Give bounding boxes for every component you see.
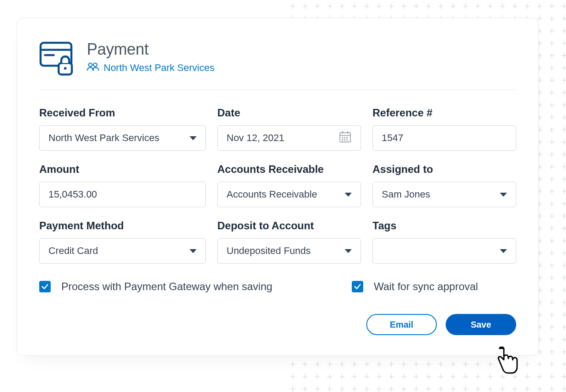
svg-point-15 xyxy=(342,139,343,140)
received-from-label: Received From xyxy=(39,107,206,119)
reference-input[interactable] xyxy=(382,132,507,144)
received-from-field: Received From North West Park Services xyxy=(39,107,206,151)
assigned-to-select[interactable]: Sam Jones xyxy=(372,182,516,207)
payment-method-label: Payment Method xyxy=(39,220,206,232)
date-label: Date xyxy=(217,107,361,119)
svg-point-7 xyxy=(93,63,97,67)
svg-point-17 xyxy=(346,139,347,140)
svg-point-6 xyxy=(89,63,92,67)
assigned-to-field: Assigned to Sam Jones xyxy=(372,163,516,207)
accounts-receivable-select[interactable]: Accounts Receivable xyxy=(217,182,361,207)
page-title: Payment xyxy=(87,40,214,59)
process-gateway-checkbox[interactable]: Process with Payment Gateway when saving xyxy=(39,280,272,293)
deposit-to-label: Deposit to Account xyxy=(217,220,361,232)
tags-label: Tags xyxy=(372,220,516,232)
accounts-receivable-field: Accounts Receivable Accounts Receivable xyxy=(217,163,361,207)
chevron-down-icon xyxy=(500,193,507,197)
received-from-value: North West Park Services xyxy=(48,132,190,144)
svg-point-13 xyxy=(344,137,345,138)
accounts-receivable-value: Accounts Receivable xyxy=(227,189,345,200)
amount-input[interactable] xyxy=(48,189,197,200)
reference-field: Reference # xyxy=(372,107,516,151)
assigned-to-label: Assigned to xyxy=(372,163,516,175)
people-icon xyxy=(87,62,99,74)
customer-link[interactable]: North West Park Services xyxy=(87,62,214,74)
deposit-to-select[interactable]: Undeposited Funds xyxy=(217,238,361,264)
checkbox-box xyxy=(39,281,51,292)
payment-method-value: Credit Card xyxy=(48,245,190,257)
deposit-to-value: Undeposited Funds xyxy=(227,245,345,257)
payment-method-select[interactable]: Credit Card xyxy=(39,238,206,264)
date-field: Date Nov 12, 2021 xyxy=(217,107,361,151)
chevron-down-icon xyxy=(190,136,197,140)
calendar-icon xyxy=(339,130,352,146)
checkbox-box xyxy=(352,281,363,292)
payment-form-card: Payment North West Park Services Receive… xyxy=(17,18,539,356)
form-header: Payment North West Park Services xyxy=(39,40,516,90)
received-from-select[interactable]: North West Park Services xyxy=(39,125,206,151)
secure-card-icon xyxy=(39,40,74,78)
chevron-down-icon xyxy=(345,249,352,253)
date-value: Nov 12, 2021 xyxy=(227,132,339,144)
chevron-down-icon xyxy=(345,193,352,197)
wait-sync-label: Wait for sync approval xyxy=(374,280,478,293)
customer-name: North West Park Services xyxy=(104,62,214,74)
assigned-to-value: Sam Jones xyxy=(382,189,500,200)
accounts-receivable-label: Accounts Receivable xyxy=(217,163,361,175)
payment-method-field: Payment Method Credit Card xyxy=(39,220,206,264)
svg-point-16 xyxy=(344,139,345,140)
email-button[interactable]: Email xyxy=(366,314,437,335)
chevron-down-icon xyxy=(190,249,197,253)
process-gateway-label: Process with Payment Gateway when saving xyxy=(61,280,272,293)
amount-field: Amount xyxy=(39,163,206,207)
save-button[interactable]: Save xyxy=(446,314,516,335)
svg-point-14 xyxy=(346,137,347,138)
deposit-to-field: Deposit to Account Undeposited Funds xyxy=(217,220,361,264)
amount-label: Amount xyxy=(39,163,206,175)
tags-field: Tags xyxy=(372,220,516,264)
wait-sync-checkbox[interactable]: Wait for sync approval xyxy=(352,280,478,293)
svg-point-12 xyxy=(342,137,343,138)
reference-label: Reference # xyxy=(372,107,516,119)
date-input[interactable]: Nov 12, 2021 xyxy=(217,125,361,151)
svg-point-5 xyxy=(64,67,67,70)
tags-select[interactable] xyxy=(372,238,516,264)
chevron-down-icon xyxy=(500,249,507,253)
